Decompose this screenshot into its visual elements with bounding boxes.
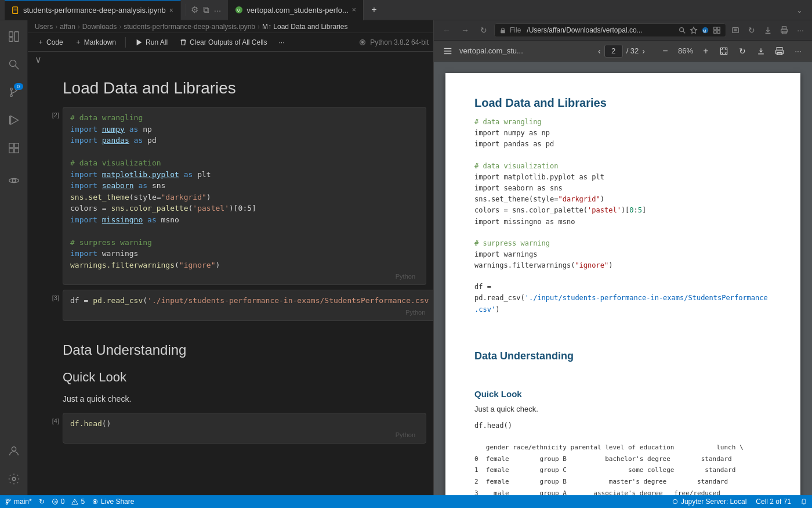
rotate-icon[interactable]: ↻ — [745, 23, 759, 37]
browser-expand-icon[interactable]: ⌄ — [792, 6, 807, 15]
browser-tab[interactable]: V vertopal.com_students-perfo... × — [228, 0, 364, 20]
print-icon[interactable] — [777, 23, 791, 37]
zoom-out-btn[interactable]: − — [659, 45, 672, 57]
pdf-save-icon[interactable] — [754, 44, 768, 58]
svg-point-48 — [6, 499, 8, 501]
settings-gear-icon[interactable]: ⚙ — [191, 5, 198, 15]
add-code-btn[interactable]: ＋ Code — [32, 35, 68, 49]
notebook-settings-icons: ⚙ ⧉ ··· — [191, 5, 222, 15]
toolbar-separator-1 — [125, 37, 126, 48]
plus-icon-md: ＋ — [75, 37, 82, 47]
cell-3-content[interactable]: df = pd.read_csv('./input/students-perfo… — [63, 290, 433, 321]
sidebar-icon-settings[interactable] — [2, 467, 26, 491]
lock-icon — [499, 27, 506, 34]
run-all-btn[interactable]: Run All — [130, 37, 172, 48]
status-left: main* ↻ ✕ 0 ! 5 Live Share — [5, 498, 134, 506]
live-share-item[interactable]: Live Share — [92, 498, 134, 506]
extension-icon[interactable] — [713, 26, 721, 34]
notebook-tab[interactable]: students-performance-deep-analysis.ipynb… — [5, 0, 181, 20]
sidebar-icon-extensions[interactable] — [2, 136, 26, 160]
pdf-dfhead-code: df.head() — [474, 420, 771, 431]
more-actions-toolbar-btn[interactable]: ··· — [274, 37, 289, 48]
address-bar[interactable]: File /Users/affan/Downloads/vertopal.co.… — [494, 23, 726, 37]
search-icon-browser[interactable] — [678, 26, 686, 34]
pdf-heading-data-understanding: Data Understanding — [474, 350, 771, 362]
download-browser-icon[interactable] — [761, 23, 775, 37]
cell-4-footer: Python — [70, 429, 419, 438]
warnings-item[interactable]: ! 5 — [71, 498, 85, 506]
breadcrumb-filename[interactable]: students-performance-deep-analysis.ipynb — [124, 23, 255, 31]
run-icon — [135, 38, 143, 46]
errors-item[interactable]: ✕ 0 — [52, 498, 65, 506]
collapse-btn[interactable]: ∨ — [28, 52, 433, 67]
pdf-menu-icon[interactable] — [441, 44, 455, 58]
more-browser-icon[interactable]: ··· — [793, 23, 807, 37]
svg-text:V: V — [237, 8, 241, 13]
sidebar-icon-account[interactable] — [2, 439, 26, 463]
pdf-print-icon[interactable] — [773, 44, 786, 58]
cell-2-footer: Python — [70, 271, 419, 280]
cell-4-content[interactable]: df.head() Python — [63, 413, 426, 444]
sidebar-icon-jupyter[interactable] — [2, 169, 26, 192]
jupyter-server-item[interactable]: Jupyter Server: Local — [672, 498, 746, 506]
browser-tab-close[interactable]: × — [352, 6, 356, 14]
notebook-tab-close[interactable]: × — [169, 6, 173, 15]
svg-marker-22 — [137, 39, 142, 45]
page-forward-icon[interactable]: › — [642, 46, 645, 56]
top-tabs-bar: students-performance-deep-analysis.ipynb… — [0, 0, 812, 20]
svg-rect-33 — [714, 31, 716, 33]
bell-icon — [800, 498, 807, 505]
sync-item[interactable]: ↻ — [39, 498, 45, 506]
zoom-value: 86% — [674, 46, 697, 55]
svg-point-10 — [10, 88, 12, 91]
notification-item[interactable] — [800, 498, 807, 505]
pdf-page-input[interactable] — [604, 45, 623, 57]
cell-2-gutter: [2] — [35, 107, 63, 285]
star-icon[interactable] — [690, 26, 698, 34]
kernel-info: Python 3.8.2 64-bit — [358, 38, 429, 46]
cell-4-code: df.head() — [70, 418, 419, 430]
browser-address-icons: M — [678, 26, 721, 34]
split-editor-icon[interactable]: ⧉ — [203, 5, 209, 15]
zoom-in-btn[interactable]: + — [699, 45, 712, 57]
kernel-icon — [358, 38, 367, 46]
pdf-page-nav: ‹ / 32 › — [598, 45, 645, 57]
quick-look-subtitle: Just a quick check. — [28, 392, 433, 410]
page-back-icon[interactable]: ‹ — [598, 46, 601, 56]
branch-icon — [5, 498, 12, 505]
new-browser-tab-btn[interactable]: + — [366, 2, 382, 18]
svg-point-8 — [9, 60, 16, 67]
add-markdown-btn[interactable]: ＋ Markdown — [70, 35, 121, 49]
browser-right-icons: ↻ ··· — [728, 23, 807, 37]
svg-point-26 — [680, 28, 684, 32]
cell-3-footer: Python — [70, 307, 429, 316]
cell-info-item[interactable]: Cell 2 of 71 — [756, 498, 791, 506]
sidebar-icon-source-control[interactable]: 0 — [2, 81, 26, 104]
breadcrumb-users[interactable]: Users — [35, 23, 53, 31]
notebook-content[interactable]: ∨ Load Data and Libraries [2] # data wra… — [28, 52, 433, 495]
git-branch-item[interactable]: main* — [5, 498, 32, 506]
pdf-page: Load Data and Libraries # data wrangling… — [445, 73, 800, 495]
cell-2-content[interactable]: # data wrangling import numpy as np impo… — [63, 107, 426, 285]
heading-quick-look: Quick Look — [28, 365, 433, 392]
more-actions-icon[interactable]: ··· — [214, 5, 222, 15]
clear-icon — [179, 38, 187, 46]
pdf-content[interactable]: Load Data and Libraries # data wrangling… — [434, 62, 812, 495]
breadcrumb-affan[interactable]: affan — [60, 23, 75, 31]
pdf-more-icon[interactable]: ··· — [791, 44, 805, 58]
back-btn[interactable]: ← — [438, 22, 455, 38]
sidebar-icon-run-debug[interactable] — [2, 109, 26, 132]
forward-btn[interactable]: → — [457, 22, 473, 38]
pdf-rotate-icon[interactable]: ↻ — [735, 44, 749, 58]
sidebar-icon-search[interactable] — [2, 53, 26, 76]
svg-text:✕: ✕ — [54, 500, 57, 504]
sidebar-icon-explorer[interactable] — [2, 25, 26, 48]
pdf-zoom: − 86% + — [659, 45, 712, 57]
refresh-btn[interactable]: ↻ — [476, 22, 492, 38]
pdf-fit-page-icon[interactable] — [717, 44, 731, 58]
clear-outputs-btn[interactable]: Clear Outputs of All Cells — [175, 37, 271, 48]
breadcrumb-downloads[interactable]: Downloads — [82, 23, 117, 31]
notebook-toolbar: ＋ Code ＋ Markdown Run All Clear Outputs … — [28, 33, 433, 52]
reader-mode-icon[interactable] — [728, 23, 742, 37]
plus-icon: ＋ — [37, 37, 44, 47]
